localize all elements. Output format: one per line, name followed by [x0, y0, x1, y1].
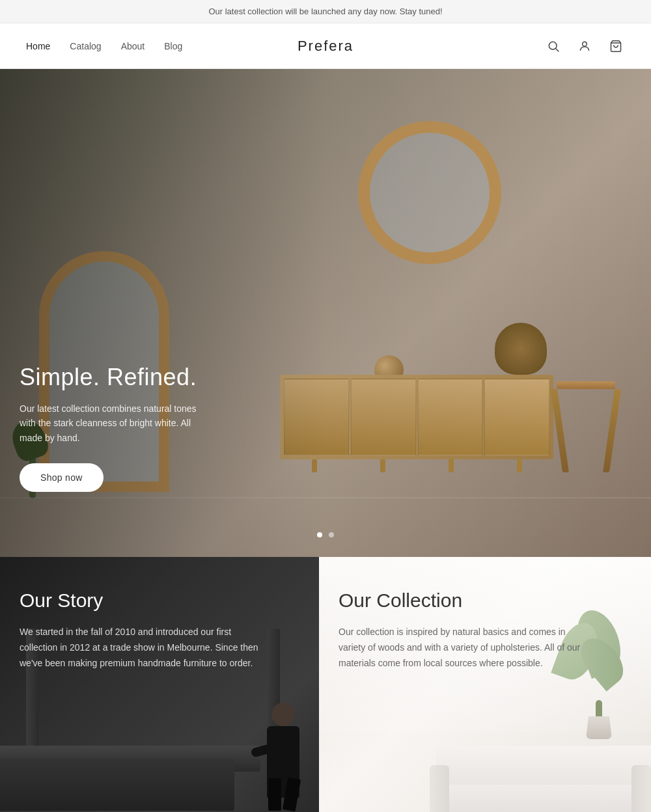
- story-content: Our Story We started in the fall of 2010…: [20, 589, 267, 671]
- cart-icon[interactable]: [607, 37, 625, 55]
- main-nav: Home Catalog About Blog: [26, 41, 182, 51]
- bottom-sections: Our Story We started in the fall of 2010…: [0, 557, 651, 812]
- nav-about[interactable]: About: [121, 41, 145, 51]
- hero-section: Simple. Refined. Our latest collection c…: [0, 69, 651, 557]
- slider-dot-1[interactable]: [317, 532, 322, 537]
- announcement-text: Our latest collection will be launched a…: [208, 7, 442, 16]
- hero-content: Simple. Refined. Our latest collection c…: [20, 364, 215, 492]
- header-icons: [544, 37, 625, 55]
- collection-section: Our Collection Our collection is inspire…: [319, 557, 651, 812]
- announcement-bar: Our latest collection will be launched a…: [0, 0, 651, 23]
- slider-dot-2[interactable]: [329, 532, 334, 537]
- sofa: [436, 746, 651, 812]
- svg-point-0: [549, 42, 557, 49]
- story-section: Our Story We started in the fall of 2010…: [0, 557, 319, 812]
- hero-title: Simple. Refined.: [20, 364, 215, 391]
- sofa-arm-right: [631, 765, 651, 812]
- collection-content: Our Collection Our collection is inspire…: [339, 589, 586, 671]
- account-icon[interactable]: [575, 37, 594, 55]
- story-text: We started in the fall of 2010 and intro…: [20, 625, 267, 671]
- sofa-arm-left: [430, 765, 449, 812]
- site-logo: Prefera: [298, 38, 353, 55]
- shop-now-button[interactable]: Shop now: [20, 463, 104, 492]
- nav-blog[interactable]: Blog: [164, 41, 182, 51]
- svg-point-2: [583, 42, 587, 46]
- sofa-seat: [436, 785, 651, 812]
- slider-dots: [317, 532, 334, 537]
- collection-title: Our Collection: [339, 589, 586, 612]
- story-title: Our Story: [20, 589, 267, 612]
- nav-home[interactable]: Home: [26, 41, 50, 51]
- svg-line-1: [556, 48, 559, 51]
- search-icon[interactable]: [544, 37, 562, 55]
- collection-text: Our collection is inspired by natural ba…: [339, 625, 586, 671]
- collection-plant-pot: [586, 716, 612, 739]
- nav-catalog[interactable]: Catalog: [70, 41, 101, 51]
- hero-description: Our latest collection combines natural t…: [20, 401, 215, 445]
- header: Home Catalog About Blog Prefera: [0, 23, 651, 69]
